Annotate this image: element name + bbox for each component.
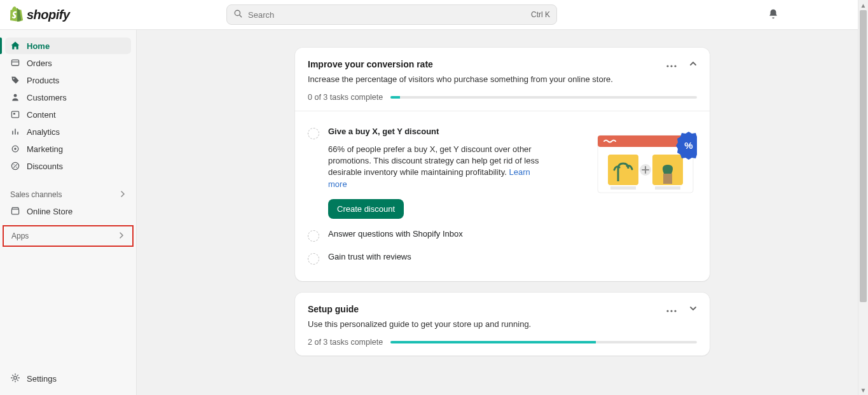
svg-point-3 xyxy=(13,78,15,80)
progress-row: 2 of 3 tasks complete xyxy=(308,338,697,347)
task-bullet-icon xyxy=(308,253,319,265)
svg-point-15 xyxy=(670,65,672,67)
analytics-icon xyxy=(10,127,20,137)
task-desc-text: 66% of people prefer a buy X, get Y disc… xyxy=(328,144,539,177)
task-title: Answer questions with Shopify Inbox xyxy=(328,229,697,239)
progress-bar xyxy=(390,341,697,343)
sidebar-item-label: Products xyxy=(27,76,59,85)
store-icon xyxy=(10,206,20,216)
person-icon xyxy=(10,92,20,102)
sidebar-item-label: Content xyxy=(27,110,56,120)
sidebar-item-discounts[interactable]: Discounts xyxy=(5,158,131,174)
svg-rect-12 xyxy=(11,209,18,214)
apps-highlight-box: Apps xyxy=(3,225,134,247)
topbar: shopify Ctrl K xyxy=(0,0,868,29)
sidebar-item-online-store[interactable]: Online Store xyxy=(5,203,131,219)
svg-point-8 xyxy=(14,148,17,150)
svg-rect-2 xyxy=(11,60,18,66)
svg-point-0 xyxy=(235,10,240,15)
card-menu-button[interactable] xyxy=(664,57,679,72)
create-discount-button[interactable]: Create discount xyxy=(328,199,404,219)
sidebar-item-label: Customers xyxy=(27,93,67,102)
sidebar-item-label: Analytics xyxy=(27,127,60,137)
sidebar-item-analytics[interactable]: Analytics xyxy=(5,123,131,140)
svg-point-28 xyxy=(674,310,676,312)
sidebar-item-label: Marketing xyxy=(27,144,63,154)
target-icon xyxy=(10,144,20,154)
chevron-up-icon xyxy=(689,59,697,69)
content-icon xyxy=(10,109,20,120)
home-icon xyxy=(10,41,20,51)
progress-fill xyxy=(390,341,596,343)
section-label: Apps xyxy=(11,232,29,240)
task-bullet-icon xyxy=(308,128,319,139)
sidebar-item-marketing[interactable]: Marketing xyxy=(5,141,131,157)
scrollbar-thumb[interactable] xyxy=(860,10,867,302)
sidebar-item-home[interactable]: Home xyxy=(5,38,131,54)
vertical-scrollbar[interactable]: ▲ ▼ xyxy=(858,0,868,395)
scroll-down-arrow-icon[interactable]: ▼ xyxy=(858,385,868,395)
scroll-up-arrow-icon[interactable]: ▲ xyxy=(858,0,868,10)
sidebar-item-label: Settings xyxy=(27,374,57,384)
chevron-right-icon xyxy=(120,190,126,199)
svg-point-10 xyxy=(13,164,15,165)
sidebar-item-label: Discounts xyxy=(27,162,63,171)
dots-icon xyxy=(666,304,677,314)
notifications-button[interactable] xyxy=(768,8,779,22)
svg-rect-20 xyxy=(610,186,636,190)
svg-line-1 xyxy=(240,15,242,17)
sidebar: Home Orders Products Customers Content xyxy=(0,30,137,395)
shopify-bag-icon xyxy=(10,6,24,24)
card-subtitle: Increase the percentage of visitors who … xyxy=(308,74,697,84)
search-icon xyxy=(233,9,243,20)
card-title: Improve your conversion rate xyxy=(308,59,697,69)
progress-label: 0 of 3 tasks complete xyxy=(308,93,383,102)
svg-point-4 xyxy=(14,94,17,97)
card-title: Setup guide xyxy=(308,304,697,314)
search-bar[interactable]: Ctrl K xyxy=(226,4,557,25)
tag-icon xyxy=(10,75,20,85)
discount-icon xyxy=(10,161,20,171)
sales-channels-header[interactable]: Sales channels xyxy=(5,188,131,202)
svg-rect-6 xyxy=(13,113,15,114)
task-description: 66% of people prefer a buy X, get Y disc… xyxy=(328,144,548,190)
sidebar-item-label: Home xyxy=(27,41,50,51)
logo-text: shopify xyxy=(27,8,70,22)
card-expand-button[interactable] xyxy=(685,301,701,317)
dots-icon xyxy=(666,59,677,69)
sidebar-item-label: Online Store xyxy=(27,207,72,216)
svg-point-11 xyxy=(16,167,17,168)
card-collapse-button[interactable] xyxy=(685,57,701,72)
nav-primary: Home Orders Products Customers Content xyxy=(0,38,136,175)
main-content: Improve your conversion rate Increase th… xyxy=(137,30,868,395)
task-title: Give a buy X, get Y discount xyxy=(328,127,586,136)
task-title: Gain trust with reviews xyxy=(328,252,697,261)
setup-guide-card: Setup guide Use this personalized guide … xyxy=(295,293,710,356)
card-menu-button[interactable] xyxy=(664,301,679,317)
search-shortcut: Ctrl K xyxy=(531,10,550,19)
svg-rect-23 xyxy=(655,186,680,190)
svg-rect-19 xyxy=(608,155,638,185)
sidebar-item-products[interactable]: Products xyxy=(5,72,131,88)
conversion-card: Improve your conversion rate Increase th… xyxy=(295,48,710,281)
svg-point-27 xyxy=(670,310,672,312)
section-label: Sales channels xyxy=(10,190,62,199)
task-shopify-inbox[interactable]: Answer questions with Shopify Inbox xyxy=(308,224,697,247)
sidebar-item-customers[interactable]: Customers xyxy=(5,89,131,106)
apps-header[interactable]: Apps xyxy=(4,229,132,243)
svg-point-26 xyxy=(666,310,668,312)
gear-icon xyxy=(10,373,20,385)
task-buy-x-get-y[interactable]: Give a buy X, get Y discount 66% of peop… xyxy=(308,121,697,224)
logo[interactable]: shopify xyxy=(10,6,70,24)
sidebar-item-content[interactable]: Content xyxy=(5,106,131,123)
task-bullet-icon xyxy=(308,230,319,242)
svg-rect-22 xyxy=(663,174,672,184)
progress-fill xyxy=(390,96,399,99)
progress-label: 2 of 3 tasks complete xyxy=(308,338,383,347)
sidebar-item-orders[interactable]: Orders xyxy=(5,55,131,71)
sidebar-item-settings[interactable]: Settings xyxy=(5,369,131,389)
search-input[interactable] xyxy=(243,10,531,20)
task-reviews[interactable]: Gain trust with reviews xyxy=(308,247,697,270)
svg-text:%: % xyxy=(684,140,692,151)
nav-sales-channels: Sales channels Online Store xyxy=(0,188,136,220)
